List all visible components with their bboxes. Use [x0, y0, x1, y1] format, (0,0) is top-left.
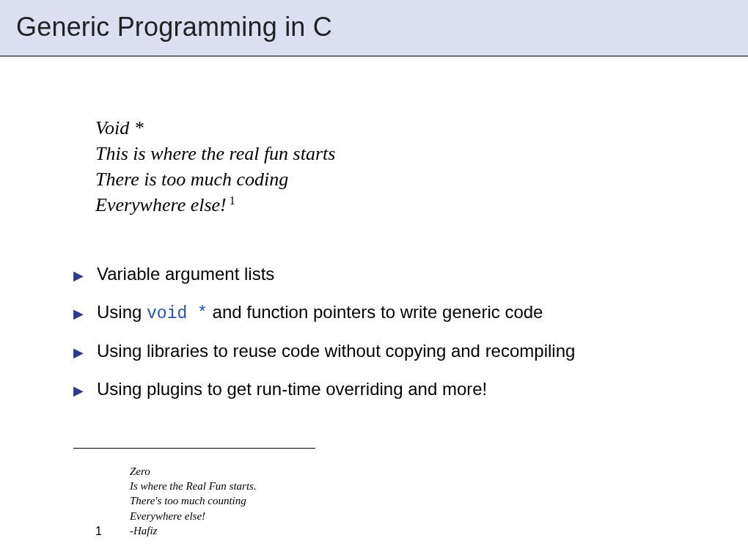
bullet-text: Variable argument lists	[97, 262, 274, 287]
epigraph-quote: Void * This is where the real fun starts…	[95, 115, 675, 218]
footnote-content: Zero Is where the Real Fun starts. There…	[130, 464, 257, 538]
triangle-bullet-icon: ▶	[73, 344, 84, 362]
bullet-text: Using void * and function pointers to wr…	[97, 300, 543, 325]
bullet-list: ▶ Variable argument lists ▶ Using void *…	[95, 262, 675, 401]
quote-line: Everywhere else!1	[95, 192, 675, 218]
triangle-bullet-icon: ▶	[73, 382, 84, 400]
footnote-number: 1	[95, 525, 102, 538]
quote-line: This is where the real fun starts	[95, 141, 675, 166]
list-item: ▶ Variable argument lists	[95, 262, 675, 287]
quote-line: There is too much coding	[95, 166, 675, 192]
quote-text: Everywhere else!	[95, 194, 227, 215]
footnote-line: Zero	[130, 464, 257, 479]
triangle-bullet-icon: ▶	[73, 305, 84, 323]
bullet-text-after: and function pointers to write generic c…	[208, 302, 543, 322]
list-item: ▶ Using void * and function pointers to …	[95, 300, 675, 325]
slide-content: Void * This is where the real fun starts…	[0, 56, 748, 401]
footnote-reference: 1	[230, 194, 235, 207]
list-item: ▶ Using libraries to reuse code without …	[95, 339, 675, 364]
bullet-text: Using libraries to reuse code without co…	[97, 339, 575, 364]
footnote-separator	[73, 448, 315, 449]
footnote-block: 1 Zero Is where the Real Fun starts. The…	[95, 464, 257, 538]
inline-code: void *	[147, 304, 208, 323]
footnote-line: Everywhere else!	[130, 509, 257, 523]
slide-title-bar: Generic Programming in C	[0, 0, 748, 56]
slide-title: Generic Programming in C	[16, 12, 732, 43]
quote-line: Void *	[95, 115, 675, 141]
bullet-text-before: Using	[97, 302, 147, 322]
footnote-line: There's too much counting	[130, 493, 257, 508]
triangle-bullet-icon: ▶	[73, 267, 84, 285]
list-item: ▶ Using plugins to get run-time overridi…	[95, 377, 675, 402]
footnote-line: -Hafiz	[130, 523, 257, 538]
footnote-line: Is where the Real Fun starts.	[130, 479, 257, 493]
bullet-text: Using plugins to get run-time overriding…	[97, 377, 487, 402]
